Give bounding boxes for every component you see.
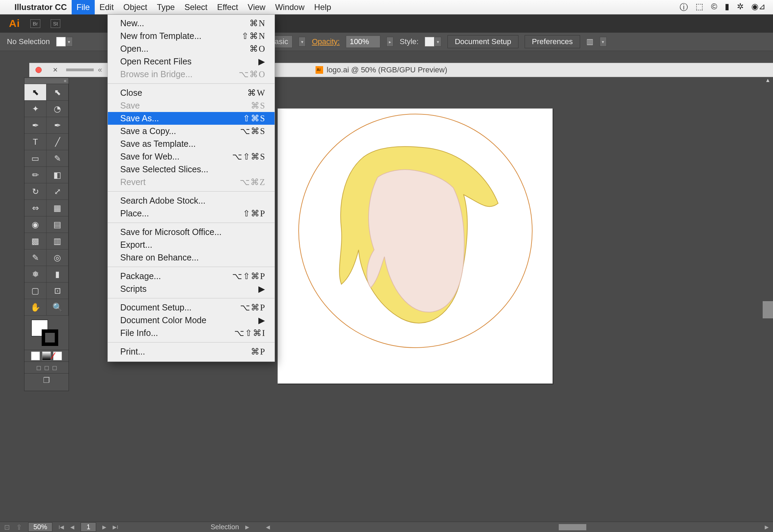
menu-type[interactable]: Type [152, 0, 179, 14]
eraser-tool[interactable]: ◧ [47, 167, 69, 183]
zoom-tool[interactable]: 🔍 [47, 299, 69, 316]
file-menu-save-a-copy[interactable]: Save a Copy...⌥⌘S [108, 125, 275, 137]
gpu-icon[interactable]: ⊡ [4, 523, 10, 531]
wifi-icon[interactable]: ◉⊿ [751, 2, 765, 13]
artboard[interactable] [277, 108, 553, 384]
artboard-number[interactable]: 1 [81, 522, 96, 532]
fill-stroke-control[interactable] [24, 316, 69, 350]
menu-edit[interactable]: Edit [95, 0, 118, 14]
type-tool[interactable]: T [24, 134, 47, 150]
next-artboard[interactable]: ▶ [102, 524, 106, 530]
file-menu-save-selected-slices[interactable]: Save Selected Slices... [108, 163, 275, 176]
mesh-tool[interactable]: ▩ [24, 233, 47, 249]
pen-tool[interactable]: ✒ [24, 117, 47, 134]
brush-dropdown[interactable]: ▾ [299, 37, 306, 47]
file-menu-file-info[interactable]: File Info...⌥⇧⌘I [108, 327, 275, 339]
draw-behind-icon[interactable]: ◻ [44, 364, 49, 371]
hscroll-left[interactable]: ◀ [266, 524, 270, 530]
hscroll-right[interactable]: ▶ [765, 524, 769, 530]
style-swatch[interactable] [425, 37, 434, 47]
tab-grip[interactable] [66, 69, 94, 71]
opacity-label[interactable]: Opacity: [312, 37, 340, 46]
scale-tool[interactable]: ⤢ [47, 183, 69, 200]
file-menu-place[interactable]: Place...⇧⌘P [108, 207, 275, 220]
misc-icon[interactable]: ✲ [737, 2, 744, 13]
file-menu-save-for-web[interactable]: Save for Web...⌥⇧⌘S [108, 150, 275, 163]
control-more-dropdown[interactable]: ▾ [600, 37, 607, 47]
prev-artboard[interactable]: ◀ [70, 524, 74, 530]
status-menu[interactable]: ▶ [245, 524, 249, 530]
color-none[interactable]: ⁄ [53, 351, 62, 360]
color-gradient[interactable] [42, 351, 51, 360]
menu-help[interactable]: Help [309, 0, 336, 14]
file-menu-close[interactable]: Close⌘W [108, 86, 275, 99]
menu-view[interactable]: View [243, 0, 270, 14]
file-menu-save-as-template[interactable]: Save as Template... [108, 137, 275, 150]
menu-file[interactable]: File [72, 0, 95, 14]
perspective-grid-tool[interactable]: ▤ [47, 216, 69, 233]
file-menu-open[interactable]: Open...⌘O [108, 42, 275, 55]
magic-wand-tool[interactable]: ✦ [24, 101, 47, 117]
gradient-tool[interactable]: ▥ [47, 233, 69, 249]
menu-effect[interactable]: Effect [212, 0, 243, 14]
rotate-tool[interactable]: ↻ [24, 183, 47, 200]
file-menu-package[interactable]: Package...⌥⇧⌘P [108, 270, 275, 283]
eyedropper-tool[interactable]: ✎ [24, 249, 47, 266]
align-pixel-icon[interactable]: ▥ [586, 37, 594, 46]
file-menu-search-adobe-stock[interactable]: Search Adobe Stock... [108, 194, 275, 207]
bookmark-icon[interactable]: ▮ [725, 2, 729, 13]
selection-tool[interactable]: ⬉ [24, 84, 47, 101]
vertical-scrollbar[interactable]: ▲ [763, 77, 773, 522]
file-menu-export[interactable]: Export... [108, 238, 275, 251]
artboard-tool[interactable]: ▢ [24, 283, 47, 299]
stock-badge[interactable]: St [51, 19, 60, 28]
opacity-input[interactable]: 100% [346, 35, 380, 48]
app-menu[interactable]: Illustrator CC [10, 0, 72, 14]
document-setup-button[interactable]: Document Setup [447, 35, 518, 48]
draw-normal-icon[interactable]: ◻ [36, 364, 41, 371]
shape-builder-tool[interactable]: ◉ [24, 216, 47, 233]
pencil-tool[interactable]: ✏ [24, 167, 47, 183]
file-menu-open-recent-files[interactable]: Open Recent Files▶ [108, 55, 275, 68]
color-solid[interactable] [31, 351, 40, 360]
hand-tool[interactable]: ✋ [24, 299, 47, 316]
stroke-color-box[interactable] [42, 329, 58, 346]
zoom-level[interactable]: 50% [28, 522, 52, 532]
cc-icon[interactable]: © [711, 2, 717, 13]
style-dropdown[interactable]: ▾ [434, 37, 441, 47]
curvature-tool[interactable]: ✒ [47, 117, 69, 134]
line-tool[interactable]: ╱ [47, 134, 69, 150]
file-menu-document-color-mode[interactable]: Document Color Mode▶ [108, 314, 275, 327]
menu-object[interactable]: Object [118, 0, 152, 14]
tools-collapse[interactable]: « [24, 78, 69, 84]
fill-swatch[interactable] [56, 37, 66, 47]
close-tab-icon[interactable]: ✕ [53, 66, 58, 74]
paintbrush-tool[interactable]: ✎ [47, 150, 69, 167]
blend-tool[interactable]: ◎ [47, 249, 69, 266]
slice-tool[interactable]: ⊡ [47, 283, 69, 299]
last-artboard[interactable]: ▶I [113, 524, 118, 530]
dropbox-icon[interactable]: ⬚ [695, 2, 703, 13]
file-menu-save-for-microsoft-office[interactable]: Save for Microsoft Office... [108, 226, 275, 238]
document-tab[interactable]: logo.ai @ 50% (RGB/GPU Preview) [316, 65, 447, 74]
artwork-face[interactable] [326, 143, 505, 336]
file-menu-new-from-template[interactable]: New from Template...⇧⌘N [108, 30, 275, 42]
close-window-button[interactable] [35, 67, 42, 73]
first-artboard[interactable]: I◀ [59, 524, 64, 530]
preferences-button[interactable]: Preferences [525, 35, 580, 48]
hscroll-thumb[interactable] [559, 524, 586, 530]
direct-selection-tool[interactable]: ⬉ [47, 84, 69, 101]
file-menu-save-as[interactable]: Save As...⇧⌘S [108, 112, 275, 125]
free-transform-tool[interactable]: ▦ [47, 200, 69, 216]
file-menu-print[interactable]: Print...⌘P [108, 345, 275, 358]
fill-dropdown[interactable]: ▾ [66, 37, 73, 47]
rectangle-tool[interactable]: ▭ [24, 150, 47, 167]
file-menu-new[interactable]: New...⌘N [108, 17, 275, 30]
export-icon[interactable]: ⇪ [16, 523, 22, 531]
width-tool[interactable]: ⇔ [24, 200, 47, 216]
screen-mode-button[interactable]: ❐ [24, 374, 69, 387]
menu-window[interactable]: Window [270, 0, 309, 14]
opacity-dropdown[interactable]: ▸ [386, 37, 393, 47]
scroll-thumb[interactable] [763, 301, 773, 318]
file-menu-document-setup[interactable]: Document Setup...⌥⌘P [108, 301, 275, 314]
